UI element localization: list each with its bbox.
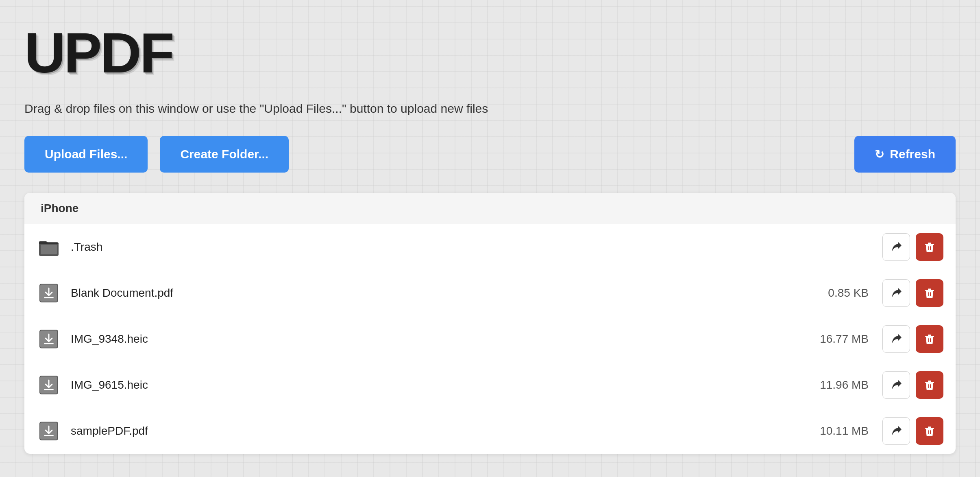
- svg-rect-4: [928, 246, 929, 250]
- table-row: IMG_9615.heic 11.96 MB: [24, 362, 956, 408]
- delete-button[interactable]: [916, 233, 943, 261]
- svg-rect-16: [925, 336, 934, 337]
- table-row: .Trash: [24, 224, 956, 270]
- refresh-button[interactable]: ↻ Refresh: [854, 136, 956, 173]
- svg-rect-18: [928, 338, 929, 342]
- share-button[interactable]: [882, 325, 910, 353]
- delete-button[interactable]: [916, 325, 943, 353]
- download-icon: [37, 281, 61, 305]
- file-size: 10.11 MB: [804, 424, 869, 438]
- button-row: Upload Files... Create Folder... ↻ Refre…: [24, 136, 956, 173]
- refresh-label: Refresh: [890, 147, 935, 161]
- download-icon: [37, 419, 61, 443]
- file-name: Blank Document.pdf: [71, 287, 804, 300]
- svg-rect-9: [925, 290, 934, 291]
- table-row: IMG_9348.heic 16.77 MB: [24, 316, 956, 362]
- svg-rect-25: [928, 384, 929, 388]
- file-name: IMG_9615.heic: [71, 379, 804, 392]
- download-icon: [37, 373, 61, 397]
- svg-rect-23: [925, 382, 934, 383]
- logo-text: UPDF: [24, 21, 173, 85]
- download-icon: [37, 327, 61, 351]
- subtitle-text: Drag & drop files on this window or use …: [24, 102, 956, 116]
- share-button[interactable]: [882, 233, 910, 261]
- svg-rect-10: [928, 289, 931, 290]
- file-name: samplePDF.pdf: [71, 424, 804, 438]
- refresh-icon: ↻: [875, 148, 884, 161]
- svg-rect-8: [44, 297, 54, 298]
- file-name: IMG_9348.heic: [71, 333, 804, 346]
- file-name: .Trash: [71, 241, 804, 254]
- svg-rect-11: [928, 292, 929, 296]
- svg-rect-33: [930, 430, 931, 434]
- upload-files-button[interactable]: Upload Files...: [24, 136, 148, 173]
- svg-rect-26: [930, 384, 931, 388]
- svg-rect-17: [928, 335, 931, 336]
- table-row: samplePDF.pdf 10.11 MB: [24, 408, 956, 454]
- svg-rect-24: [928, 381, 931, 382]
- svg-rect-22: [44, 389, 54, 390]
- svg-rect-31: [928, 427, 931, 428]
- delete-button[interactable]: [916, 279, 943, 307]
- folder-icon: [37, 235, 61, 259]
- svg-rect-3: [928, 243, 931, 244]
- create-folder-button[interactable]: Create Folder...: [160, 136, 289, 173]
- share-button[interactable]: [882, 371, 910, 399]
- table-row: Blank Document.pdf 0.85 KB: [24, 270, 956, 316]
- svg-rect-19: [930, 338, 931, 342]
- svg-rect-32: [928, 430, 929, 434]
- svg-rect-5: [930, 246, 931, 250]
- file-table-container: iPhone .Trash: [24, 193, 956, 454]
- table-header: iPhone: [24, 193, 956, 224]
- svg-rect-1: [41, 245, 57, 254]
- logo: UPDF: [24, 24, 956, 81]
- delete-button[interactable]: [916, 417, 943, 445]
- file-size: 0.85 KB: [804, 287, 869, 300]
- svg-rect-30: [925, 428, 934, 429]
- svg-rect-12: [930, 292, 931, 296]
- file-size: 16.77 MB: [804, 333, 869, 346]
- svg-rect-15: [44, 343, 54, 344]
- share-button[interactable]: [882, 279, 910, 307]
- svg-rect-2: [925, 244, 934, 245]
- delete-button[interactable]: [916, 371, 943, 399]
- svg-rect-29: [44, 435, 54, 436]
- share-button[interactable]: [882, 417, 910, 445]
- file-size: 11.96 MB: [804, 379, 869, 392]
